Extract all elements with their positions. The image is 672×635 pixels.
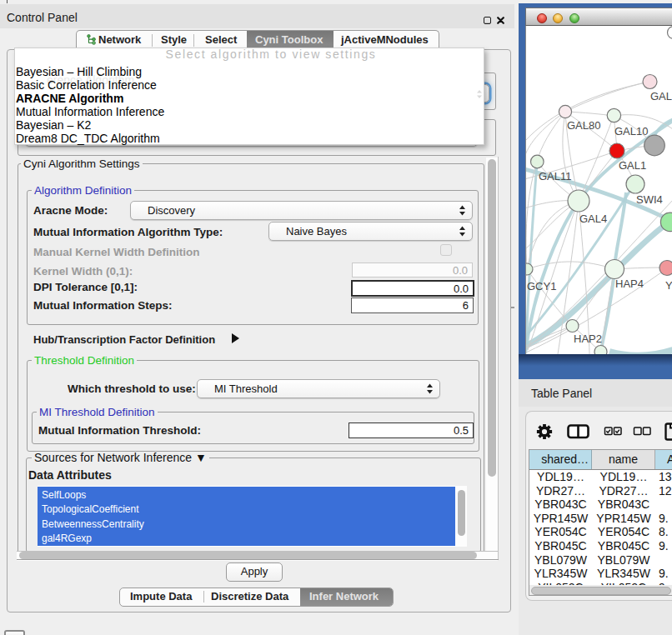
svg-text:GCY1: GCY1	[527, 280, 556, 292]
svg-text:Y: Y	[665, 279, 672, 292]
svg-text:SWI4: SWI4	[636, 193, 663, 206]
svg-text:GAL11: GAL11	[539, 170, 572, 182]
svg-text:HAP4: HAP4	[615, 278, 644, 290]
svg-text:GAL80: GAL80	[567, 119, 600, 132]
svg-text:GAL10: GAL10	[614, 125, 648, 138]
svg-text:GAL7: GAL7	[650, 90, 672, 102]
svg-text:GAL4: GAL4	[579, 212, 607, 225]
svg-text:HAP2: HAP2	[574, 332, 602, 345]
svg-text:GAL1: GAL1	[619, 159, 646, 172]
